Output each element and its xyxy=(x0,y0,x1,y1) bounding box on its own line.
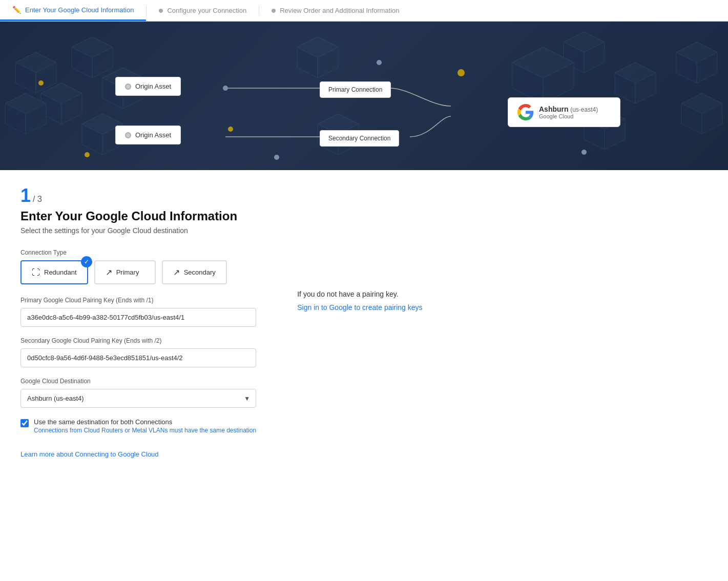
diagram-hero: Origin Asset Origin Asset Primary Connec… xyxy=(0,22,728,170)
destination-name: Ashburn (us-east4) xyxy=(539,105,598,113)
page-title: Enter Your Google Cloud Information xyxy=(20,209,543,223)
page-subtitle: Select the settings for your Google Clou… xyxy=(20,226,543,235)
primary-key-label: Primary Google Cloud Pairing Key (Ends w… xyxy=(20,297,256,304)
secondary-key-group: Secondary Google Cloud Pairing Key (Ends… xyxy=(20,337,256,367)
selected-check: ✓ xyxy=(81,256,92,267)
conn-type-secondary[interactable]: ↗ Secondary xyxy=(162,260,227,284)
right-panel: If you do not have a pairing key. Sign i… xyxy=(297,249,422,458)
primary-connection-box: Primary Connection xyxy=(320,81,391,98)
nav-step-1-label: Enter Your Google Cloud Information xyxy=(25,6,134,14)
nav-step-3[interactable]: Review Order and Additional Information xyxy=(259,0,411,21)
secondary-conn-label: Secondary Connection xyxy=(328,135,390,142)
sign-in-link[interactable]: Sign in to Google to create pairing keys xyxy=(297,303,422,312)
secondary-label: Secondary xyxy=(184,268,216,276)
nav-step-1[interactable]: ✏️ Enter Your Google Cloud Information xyxy=(0,0,146,21)
origin-2-circle xyxy=(125,132,131,138)
primary-conn-label: Primary Connection xyxy=(328,86,382,93)
primary-key-input[interactable] xyxy=(20,308,256,327)
primary-key-group: Primary Google Cloud Pairing Key (Ends w… xyxy=(20,297,256,327)
redundant-icon: ⛶ xyxy=(32,268,40,277)
destination-label: Google Cloud Destination xyxy=(20,378,256,385)
nav-step-2-label: Configure your Connection xyxy=(167,7,246,14)
primary-icon: ↗ xyxy=(106,267,112,277)
origin-asset-1: Origin Asset xyxy=(115,77,181,96)
step-indicator: 1 / 3 xyxy=(20,186,543,205)
edit-icon: ✏️ xyxy=(12,6,21,14)
same-destination-sublabel: Connections from Cloud Routers or Metal … xyxy=(34,427,256,434)
nav-step-3-label: Review Order and Additional Information xyxy=(280,7,399,14)
connection-type-label: Connection Type xyxy=(20,249,256,256)
wizard-nav: ✏️ Enter Your Google Cloud Information C… xyxy=(0,0,728,22)
form-section: Connection Type ⛶ Redundant ✓ ↗ Primary … xyxy=(20,249,256,458)
secondary-key-input[interactable] xyxy=(20,348,256,367)
step-total: / 3 xyxy=(33,195,42,204)
conn-type-primary[interactable]: ↗ Primary xyxy=(94,260,156,284)
destination-info: Ashburn (us-east4) Google Cloud xyxy=(539,105,598,119)
secondary-key-label: Secondary Google Cloud Pairing Key (Ends… xyxy=(20,337,256,344)
main-content: 1 / 3 Enter Your Google Cloud Informatio… xyxy=(0,170,564,474)
destination-group: Google Cloud Destination Ashburn (us-eas… xyxy=(20,378,256,408)
same-destination-label: Use the same destination for both Connec… xyxy=(34,418,256,426)
nav-step-2[interactable]: Configure your Connection xyxy=(147,0,259,21)
pairing-hint: If you do not have a pairing key. xyxy=(297,290,422,298)
same-destination-row: Use the same destination for both Connec… xyxy=(20,418,256,434)
connection-type-buttons: ⛶ Redundant ✓ ↗ Primary ↗ Secondary xyxy=(20,260,256,284)
origin-2-label: Origin Asset xyxy=(135,131,171,139)
secondary-icon: ↗ xyxy=(173,267,180,277)
origin-asset-2: Origin Asset xyxy=(115,126,181,144)
step-current: 1 xyxy=(20,186,31,205)
destination-select[interactable]: Ashburn (us-east4) Dallas (us-central1) … xyxy=(20,389,256,408)
two-col-layout: Connection Type ⛶ Redundant ✓ ↗ Primary … xyxy=(20,249,543,458)
conn-type-redundant[interactable]: ⛶ Redundant ✓ xyxy=(20,260,88,284)
nav-dot-2 xyxy=(159,9,163,13)
origin-1-circle xyxy=(125,84,131,90)
gcp-logo xyxy=(517,104,534,120)
redundant-label: Redundant xyxy=(44,268,77,276)
secondary-connection-box: Secondary Connection xyxy=(320,130,399,147)
primary-label: Primary xyxy=(116,268,139,276)
origin-1-label: Origin Asset xyxy=(135,82,171,90)
destination-provider: Google Cloud xyxy=(539,113,598,119)
destination-box: Ashburn (us-east4) Google Cloud xyxy=(508,97,620,127)
same-destination-text: Use the same destination for both Connec… xyxy=(34,418,256,434)
connection-type-group: Connection Type ⛶ Redundant ✓ ↗ Primary … xyxy=(20,249,256,284)
same-destination-checkbox[interactable] xyxy=(20,419,29,427)
learn-more-link[interactable]: Learn more about Connecting to Google Cl… xyxy=(20,450,159,458)
nav-dot-3 xyxy=(272,9,276,13)
destination-select-wrapper: Ashburn (us-east4) Dallas (us-central1) … xyxy=(20,389,256,408)
